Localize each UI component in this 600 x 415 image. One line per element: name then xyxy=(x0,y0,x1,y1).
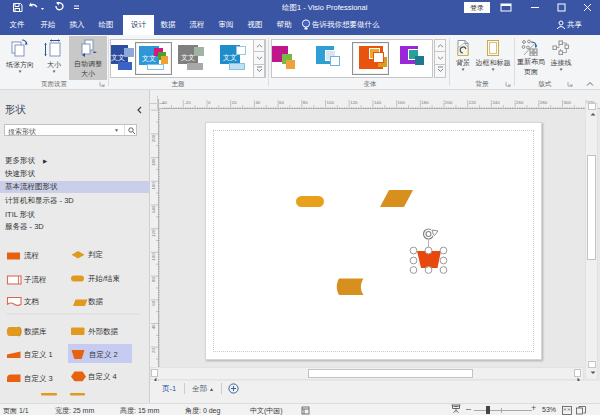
svg-text:140: 140 xyxy=(151,205,156,213)
svg-text:40: 40 xyxy=(255,100,260,105)
svg-text:80: 80 xyxy=(151,276,156,281)
svg-text:260: 260 xyxy=(516,100,524,105)
svg-text:160: 160 xyxy=(151,182,156,190)
svg-text:220: 220 xyxy=(469,100,477,105)
svg-text:-40: -40 xyxy=(161,100,168,105)
svg-text:100: 100 xyxy=(151,253,156,261)
svg-text:40: 40 xyxy=(151,324,156,329)
svg-text:180: 180 xyxy=(151,158,156,166)
svg-text:180: 180 xyxy=(421,100,429,105)
svg-text:160: 160 xyxy=(398,100,406,105)
svg-text:280: 280 xyxy=(540,100,548,105)
svg-text:60: 60 xyxy=(151,300,156,305)
svg-text:60: 60 xyxy=(279,100,284,105)
svg-text:100: 100 xyxy=(327,100,335,105)
svg-text:120: 120 xyxy=(151,229,156,237)
svg-text:140: 140 xyxy=(374,100,382,105)
svg-text:0: 0 xyxy=(208,100,211,105)
svg-text:120: 120 xyxy=(350,100,358,105)
svg-text:200: 200 xyxy=(151,134,156,142)
svg-text:200: 200 xyxy=(445,100,453,105)
svg-text:300: 300 xyxy=(564,100,572,105)
svg-text:20: 20 xyxy=(151,348,156,353)
svg-text:80: 80 xyxy=(303,100,308,105)
svg-text:-20: -20 xyxy=(184,100,191,105)
svg-text:240: 240 xyxy=(492,100,500,105)
svg-text:20: 20 xyxy=(232,100,237,105)
